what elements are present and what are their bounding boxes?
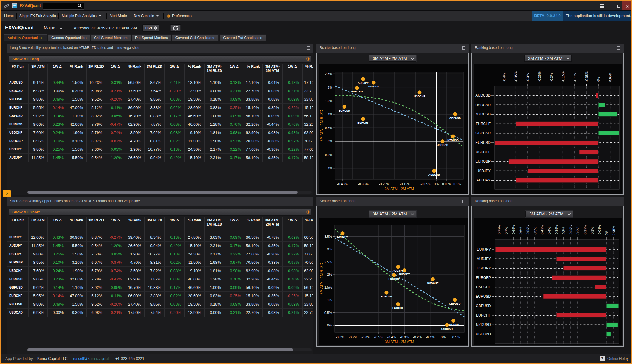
svg-text:0.05%: 0.05% [612,226,616,235]
svg-text:-0.7%: -0.7% [349,335,357,339]
svg-text:0.5%: 0.5% [324,311,332,314]
svg-text:AUDJPY: AUDJPY [393,269,404,272]
svg-text:-0.6%: -0.6% [519,227,522,235]
svg-text:-0.35%: -0.35% [555,225,558,235]
svg-text:3M ATM - 1M RLZD: 3M ATM - 1M RLZD [320,263,324,294]
svg-text:-0.7%: -0.7% [505,227,508,235]
svg-text:USDCHF: USDCHF [427,282,439,285]
svg-text:-0.35%: -0.35% [358,182,369,186]
svg-text:EURUSD: EURUSD [339,109,350,112]
svg-text:NZDUSD: NZDUSD [476,112,491,116]
svg-text:0.05%: 0.05% [442,182,451,186]
svg-text:USDCAD: USDCAD [476,332,491,336]
svg-text:-0.35%: -0.35% [514,71,518,82]
svg-text:1%: 1% [328,112,332,116]
svg-text:-0.55%: -0.55% [526,225,530,235]
svg-text:-0.05%: -0.05% [585,71,588,82]
svg-text:EURGBP: EURGBP [351,90,363,93]
svg-text:3M ATM - 1M RLZD: 3M ATM - 1M RLZD [320,110,324,141]
svg-text:EURGBP: EURGBP [475,159,491,164]
svg-text:USDCHF: USDCHF [476,285,491,289]
svg-text:USDCHF: USDCHF [414,95,425,98]
svg-text:AUDUSD: AUDUSD [428,173,440,176]
svg-text:3M ATM - 2M ATM: 3M ATM - 2M ATM [385,187,414,191]
svg-text:AUDUSD: AUDUSD [475,93,491,98]
svg-text:-0.5%: -0.5% [533,227,537,235]
svg-text:0.5%: 0.5% [325,126,332,129]
svg-text:-0.1%: -0.1% [573,73,577,82]
svg-text:USDJPY: USDJPY [368,85,379,88]
svg-text:2.5%: 2.5% [324,260,332,264]
svg-text:-0.65%: -0.65% [512,225,515,235]
svg-text:1.5%: 1.5% [325,99,332,103]
svg-text:NZDUSD: NZDUSD [447,139,459,142]
svg-text:-0.5%: -0.5% [324,153,332,157]
svg-text:0%: 0% [328,139,332,143]
svg-text:-0.15%: -0.15% [583,225,587,235]
svg-text:NZDUSD: NZDUSD [448,323,459,326]
svg-text:USDCAD: USDCAD [441,328,453,331]
svg-text:-0.1%: -0.1% [591,227,594,235]
svg-text:3%: 3% [327,247,332,251]
svg-text:-0.15%: -0.15% [561,71,565,82]
svg-text:USDCAD: USDCAD [475,103,491,107]
svg-text:-0.25%: -0.25% [569,225,573,235]
svg-text:-1%: -1% [326,166,332,170]
svg-text:EURCHF: EURCHF [392,306,404,309]
svg-text:3M ATM - 2M ATM: 3M ATM - 2M ATM [385,340,414,344]
svg-text:0.05%: 0.05% [608,73,612,82]
svg-text:0%: 0% [605,231,608,235]
svg-text:GBPUSD: GBPUSD [475,131,491,135]
svg-text:2%: 2% [328,86,332,89]
svg-text:EURUSD: EURUSD [475,141,491,145]
svg-text:0%: 0% [597,77,600,82]
svg-text:-0.75%: -0.75% [497,225,501,235]
svg-text:-0.2%: -0.2% [413,335,422,339]
svg-text:-0.8%: -0.8% [336,335,344,339]
svg-text:USDJPY: USDJPY [477,169,491,173]
svg-text:USDJPY: USDJPY [399,273,410,276]
svg-text:USDJPY: USDJPY [477,266,491,270]
svg-text:EURUSD: EURUSD [381,295,392,298]
svg-text:USDCAD: USDCAD [437,144,448,146]
svg-text:EURUSD: EURUSD [476,294,491,299]
svg-text:EURJPY: EURJPY [337,235,348,238]
svg-text:AUDJPY: AUDJPY [358,81,369,84]
svg-text:EURCHF: EURCHF [476,313,491,317]
svg-text:-0.3%: -0.3% [400,335,409,339]
svg-text:GBPUSD: GBPUSD [449,302,461,305]
svg-text:EURGBP: EURGBP [476,276,491,280]
svg-text:-0.25%: -0.25% [379,182,389,186]
svg-text:-0.45%: -0.45% [337,182,348,186]
svg-text:-0.05%: -0.05% [598,225,601,235]
svg-text:EURCHF: EURCHF [476,122,491,126]
svg-text:-0.25%: -0.25% [538,71,541,82]
svg-text:USDCHF: USDCHF [476,150,491,154]
svg-text:-0.4%: -0.4% [502,73,506,82]
svg-text:AUDJPY: AUDJPY [477,178,491,182]
svg-text:-0.5%: -0.5% [374,335,383,339]
svg-text:-0.45%: -0.45% [540,225,544,235]
svg-text:0.1%: 0.1% [452,335,460,339]
svg-text:1.5%: 1.5% [324,286,332,289]
svg-text:-0.3%: -0.3% [562,227,565,235]
svg-text:-0.4%: -0.4% [548,227,551,235]
svg-text:3.5%: 3.5% [324,235,332,238]
svg-text:2%: 2% [327,273,332,276]
svg-text:0%: 0% [441,335,446,339]
svg-text:GBPUSD: GBPUSD [476,304,491,308]
svg-text:-0.2%: -0.2% [576,227,580,235]
svg-text:0%: 0% [327,323,332,327]
svg-text:GBPUSD: GBPUSD [449,117,461,120]
svg-text:EURGBP: EURGBP [389,277,400,280]
svg-text:1%: 1% [327,298,332,302]
svg-text:0%: 0% [434,182,439,186]
svg-text:-0.4%: -0.4% [387,335,396,339]
svg-text:-0.2%: -0.2% [550,73,553,82]
svg-text:2.5%: 2.5% [325,72,332,75]
svg-text:AUDJPY: AUDJPY [477,257,491,261]
svg-text:EURJPY: EURJPY [477,247,491,252]
svg-text:-0.6%: -0.6% [361,335,370,339]
svg-text:-0.05%: -0.05% [421,182,431,186]
svg-text:-0.3%: -0.3% [526,73,530,82]
